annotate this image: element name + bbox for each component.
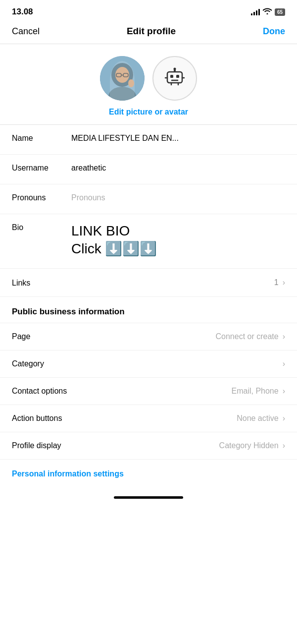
home-indicator-bar bbox=[114, 496, 183, 499]
pronouns-placeholder[interactable]: Pronouns bbox=[71, 192, 285, 203]
profile-display-value: Category Hidden bbox=[219, 441, 279, 450]
links-count: 1 bbox=[274, 278, 279, 287]
avatar-placeholder[interactable] bbox=[152, 56, 197, 101]
svg-rect-9 bbox=[170, 75, 173, 78]
username-value[interactable]: areathetic bbox=[71, 163, 285, 174]
page-label: Page bbox=[12, 332, 215, 341]
page-title: Edit profile bbox=[127, 26, 176, 37]
svg-point-0 bbox=[100, 56, 145, 101]
avatar-image bbox=[100, 56, 145, 101]
name-label: Name bbox=[12, 133, 71, 143]
public-business-header: Public business information bbox=[0, 297, 297, 323]
form-section: Name MEDIA LIFESTYLE DAN EN... Username … bbox=[0, 125, 297, 297]
avatar-robot-icon bbox=[163, 65, 186, 92]
public-business-title: Public business information bbox=[12, 307, 125, 316]
svg-point-7 bbox=[128, 79, 134, 87]
action-buttons-chevron-icon: › bbox=[283, 414, 285, 423]
page-row[interactable]: Page Connect or create › bbox=[0, 323, 297, 351]
links-label: Links bbox=[12, 278, 274, 288]
contact-row[interactable]: Contact options Email, Phone › bbox=[0, 378, 297, 405]
done-button[interactable]: Done bbox=[263, 26, 285, 37]
personal-info-link[interactable]: Personal information settings bbox=[12, 469, 124, 478]
status-bar: 13.08 65 bbox=[0, 0, 297, 21]
svg-rect-3 bbox=[116, 73, 121, 77]
action-buttons-value: None active bbox=[237, 414, 279, 423]
contact-label: Contact options bbox=[12, 387, 232, 396]
profile-display-row[interactable]: Profile display Category Hidden › bbox=[0, 432, 297, 460]
svg-point-1 bbox=[111, 63, 133, 87]
page-chevron-icon: › bbox=[283, 332, 285, 341]
username-row: Username areathetic bbox=[0, 155, 297, 184]
name-value[interactable]: MEDIA LIFESTYLE DAN EN... bbox=[71, 133, 285, 144]
cancel-button[interactable]: Cancel bbox=[12, 26, 40, 37]
avatar[interactable] bbox=[100, 56, 145, 101]
links-chevron-icon: › bbox=[283, 278, 285, 287]
status-time: 13.08 bbox=[12, 7, 33, 17]
home-indicator-section bbox=[0, 488, 297, 504]
username-label: Username bbox=[12, 163, 71, 173]
bio-value[interactable]: LINK BIOClick ⬇️⬇️⬇️ bbox=[71, 222, 285, 258]
svg-rect-10 bbox=[176, 75, 179, 78]
action-buttons-label: Action buttons bbox=[12, 414, 237, 423]
profile-display-chevron-icon: › bbox=[283, 441, 285, 450]
svg-rect-4 bbox=[123, 73, 128, 77]
category-row[interactable]: Category › bbox=[0, 351, 297, 378]
wifi-icon bbox=[263, 8, 272, 16]
status-icons: 65 bbox=[251, 8, 285, 16]
bio-row: Bio LINK BIOClick ⬇️⬇️⬇️ bbox=[0, 214, 297, 269]
page-value: Connect or create bbox=[215, 332, 278, 341]
svg-rect-8 bbox=[167, 72, 182, 83]
battery-icon: 65 bbox=[275, 8, 285, 16]
links-row[interactable]: Links 1 › bbox=[0, 269, 297, 297]
avatar-section: Edit picture or avatar bbox=[0, 44, 297, 124]
action-buttons-row[interactable]: Action buttons None active › bbox=[0, 405, 297, 432]
avatar-row bbox=[100, 56, 197, 101]
signal-icon bbox=[251, 8, 260, 15]
svg-point-2 bbox=[115, 67, 129, 83]
contact-chevron-icon: › bbox=[283, 387, 285, 396]
nav-bar: Cancel Edit profile Done bbox=[0, 21, 297, 44]
profile-display-label: Profile display bbox=[12, 441, 219, 450]
bio-label: Bio bbox=[12, 222, 71, 232]
edit-picture-link[interactable]: Edit picture or avatar bbox=[109, 108, 188, 117]
svg-point-6 bbox=[108, 87, 136, 101]
category-chevron-icon: › bbox=[283, 359, 285, 368]
pronouns-row: Pronouns Pronouns bbox=[0, 184, 297, 214]
pronouns-label: Pronouns bbox=[12, 192, 71, 202]
name-row: Name MEDIA LIFESTYLE DAN EN... bbox=[0, 125, 297, 155]
personal-info-section: Personal information settings bbox=[0, 460, 297, 488]
svg-point-13 bbox=[174, 67, 176, 70]
contact-value: Email, Phone bbox=[232, 387, 279, 396]
category-label: Category bbox=[12, 359, 279, 368]
